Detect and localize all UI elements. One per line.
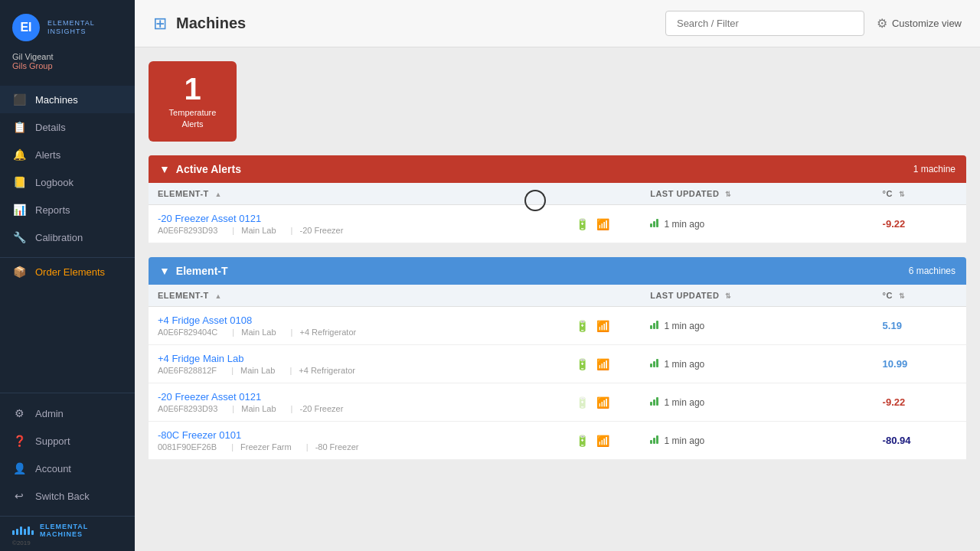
sidebar-item-account[interactable]: 👤 Account: [0, 455, 135, 482]
sort-icon-temp-et: ⇅: [899, 292, 906, 300]
icons-cell: 🔋 📶: [567, 422, 641, 460]
sidebar-item-admin[interactable]: ⚙ Admin: [0, 399, 135, 427]
device-id: A0E6F829404C: [158, 328, 217, 337]
col-header-temp-active[interactable]: °C ⇅: [874, 183, 966, 205]
admin-icon: ⚙: [12, 407, 26, 419]
content-area: 1 TemperatureAlerts ▼ Active Alerts 1 ma…: [135, 47, 980, 551]
signal-bars: [650, 321, 658, 329]
col-header-updated-et[interactable]: LAST UPDATED ⇅: [641, 285, 873, 307]
device-info-cell: +4 Fridge Main Lab A0E6F828812F | Main L…: [149, 345, 567, 383]
reports-icon: 📊: [12, 204, 26, 216]
customize-label: Customize view: [892, 18, 962, 29]
wifi-icon: 📶: [596, 358, 609, 370]
device-meta: A0E6F828812F | Main Lab | +4 Refrigerato…: [158, 366, 557, 375]
element-t-section: ▼ Element-T 6 machines ELEMENT-T ▲ LAST …: [149, 257, 966, 460]
account-icon: 👤: [12, 462, 26, 474]
device-info-cell: -20 Freezer Asset 0121 A0E6F8293D93 | Ma…: [149, 205, 567, 243]
main-content: ⊞ Machines ⚙ Customize view 1 Temperatur…: [135, 0, 980, 551]
device-name[interactable]: -20 Freezer Asset 0121: [158, 213, 557, 224]
col-header-element-et[interactable]: ELEMENT-T ▲: [149, 285, 567, 307]
temperature-value: 5.19: [883, 320, 902, 331]
device-name[interactable]: +4 Fridge Asset 0108: [158, 315, 557, 326]
sidebar-item-calibration-label: Calibration: [35, 232, 83, 243]
temp-cell: 10.99: [874, 345, 966, 383]
table-row[interactable]: -20 Freezer Asset 0121 A0E6F8293D93 | Ma…: [149, 205, 966, 243]
device-name[interactable]: -20 Freezer Asset 0121: [158, 391, 557, 403]
device-type: -20 Freezer: [300, 226, 344, 235]
last-updated-text: 1 min ago: [665, 397, 705, 408]
support-icon: ❓: [12, 435, 26, 447]
col-header-temp-et[interactable]: °C ⇅: [874, 285, 966, 307]
table-row[interactable]: -80C Freezer 0101 0081F90EF26B | Freezer…: [149, 422, 966, 460]
sidebar-item-reports[interactable]: 📊 Reports: [0, 196, 135, 223]
device-meta: 0081F90EF26B | Freezer Farm | -80 Freeze…: [158, 442, 557, 452]
sidebar-item-order-elements[interactable]: 📦 Order Elements: [0, 258, 135, 285]
sidebar-item-switch-back[interactable]: ↩ Switch Back: [0, 482, 135, 510]
sidebar-item-calibration[interactable]: 🔧 Calibration: [0, 223, 135, 251]
footer-logo-bars: [12, 527, 34, 535]
temperature-value: -9.22: [883, 218, 906, 230]
signal-bars: [650, 397, 658, 406]
temperature-value: 10.99: [883, 358, 908, 370]
table-row[interactable]: -20 Freezer Asset 0121 A0E6F8293D93 | Ma…: [149, 383, 966, 422]
sidebar-item-alerts[interactable]: 🔔 Alerts: [0, 141, 135, 168]
battery-icon: 🔋: [576, 218, 589, 230]
active-alerts-header[interactable]: ▼ Active Alerts 1 machine: [149, 155, 966, 183]
sidebar-item-details[interactable]: 📋 Details: [0, 113, 135, 141]
temp-cell: -9.22: [874, 205, 966, 243]
col-header-element-active[interactable]: ELEMENT-T ▲: [149, 183, 567, 205]
sidebar-bottom-nav: ⚙ Admin ❓ Support 👤 Account ↩ Switch Bac…: [0, 393, 135, 516]
active-alerts-title: Active Alerts: [176, 163, 241, 175]
details-icon: 📋: [12, 121, 26, 133]
signal-bars: [650, 219, 658, 227]
alert-label: TemperatureAlerts: [169, 107, 217, 129]
table-row[interactable]: +4 Fridge Asset 0108 A0E6F829404C | Main…: [149, 307, 966, 345]
last-updated-text: 1 min ago: [665, 435, 705, 446]
table-row[interactable]: +4 Fridge Main Lab A0E6F828812F | Main L…: [149, 345, 966, 383]
last-updated-text: 1 min ago: [665, 321, 705, 331]
device-meta: A0E6F8293D93 | Main Lab | -20 Freezer: [158, 404, 557, 413]
device-meta: A0E6F829404C | Main Lab | +4 Refrigerato…: [158, 328, 557, 337]
last-updated-cell: 1 min ago: [641, 383, 873, 422]
wifi-icon: 📶: [596, 218, 609, 230]
brand-name: ELEMENTAL INSIGHTS: [47, 19, 95, 36]
bar6: [31, 530, 34, 535]
switch-back-label: Switch Back: [35, 491, 90, 502]
battery-icon: 🔋: [576, 396, 589, 409]
bar1: [12, 530, 15, 535]
sidebar-item-machines-label: Machines: [35, 94, 78, 106]
sidebar-item-machines[interactable]: ⬛ Machines: [0, 86, 135, 113]
icons-cell: 🔋 📶: [567, 205, 641, 243]
search-input[interactable]: [665, 11, 864, 36]
last-updated-cell: 1 min ago: [641, 205, 873, 243]
device-id: 0081F90EF26B: [158, 442, 217, 452]
device-type: +4 Refrigerator: [300, 328, 357, 337]
temperature-alert-card[interactable]: 1 TemperatureAlerts: [149, 61, 237, 142]
col-header-updated-active[interactable]: LAST UPDATED ⇅: [641, 183, 873, 205]
sidebar-item-support[interactable]: ❓ Support: [0, 427, 135, 455]
temperature-value: -80.94: [883, 435, 911, 446]
element-t-chevron: ▼: [159, 265, 170, 277]
user-info: Gil Vigeant Gils Group: [0, 49, 135, 80]
sidebar-item-alerts-label: Alerts: [35, 149, 60, 161]
switch-back-icon: ↩: [12, 490, 26, 502]
user-name: Gil Vigeant: [12, 52, 122, 61]
bar4: [24, 529, 26, 535]
device-name[interactable]: -80C Freezer 0101: [158, 429, 557, 441]
device-info-cell: -80C Freezer 0101 0081F90EF26B | Freezer…: [149, 422, 567, 460]
active-alerts-chevron: ▼: [159, 163, 170, 175]
signal-bars: [650, 359, 658, 367]
temperature-value: -9.22: [883, 396, 906, 408]
sidebar-item-logbook[interactable]: 📒 Logbook: [0, 168, 135, 196]
element-t-header[interactable]: ▼ Element-T 6 machines: [149, 257, 966, 285]
active-alerts-count: 1 machine: [913, 164, 956, 174]
footer-logo: ELEMENTAL MACHINES: [12, 523, 122, 538]
bar5: [28, 527, 30, 535]
device-name[interactable]: +4 Fridge Main Lab: [158, 353, 557, 364]
account-label: Account: [35, 463, 71, 474]
device-id: A0E6F8293D93: [158, 404, 217, 413]
device-id: A0E6F828812F: [158, 366, 217, 375]
bar2: [16, 529, 18, 535]
wifi-icon: 📶: [596, 435, 609, 447]
customize-view-button[interactable]: ⚙ Customize view: [877, 16, 962, 31]
